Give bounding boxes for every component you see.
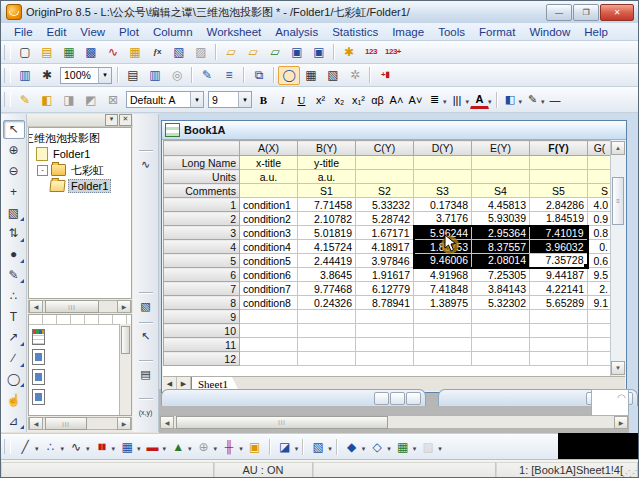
units-D[interactable] bbox=[414, 170, 472, 184]
font-color-button[interactable]: A bbox=[470, 91, 489, 109]
restore-icon[interactable] bbox=[374, 392, 389, 405]
cell-E8[interactable]: 5.32302 bbox=[472, 296, 530, 310]
new-layout-button[interactable]: ▧ bbox=[168, 43, 190, 62]
cell-G8[interactable]: 9.1 bbox=[588, 296, 612, 310]
units-F[interactable] bbox=[530, 170, 588, 184]
graph-template-button[interactable]: ▦ bbox=[116, 437, 138, 456]
stock-plot-button[interactable]: ╫ bbox=[218, 437, 240, 456]
cell-F11[interactable] bbox=[530, 338, 588, 352]
copy-format-button[interactable]: ◧ bbox=[36, 90, 58, 109]
tree-item-folder1[interactable]: Folder1 bbox=[28, 146, 131, 162]
scroll-right-button[interactable]: ▶ bbox=[117, 300, 131, 313]
cell-F9[interactable] bbox=[530, 310, 588, 324]
units-C[interactable] bbox=[356, 170, 414, 184]
cell-D6[interactable]: 4.91968 bbox=[414, 268, 472, 282]
cell-A3[interactable]: condition3 bbox=[240, 226, 298, 240]
screen-reader-tool[interactable]: + bbox=[3, 182, 25, 201]
font-combo[interactable]: Default: A▾ bbox=[126, 91, 204, 108]
new-notes-button[interactable]: ▨ bbox=[190, 43, 212, 62]
row-label-long-name[interactable]: Long Name bbox=[164, 156, 240, 170]
circle-tool[interactable]: ◯ bbox=[3, 370, 25, 389]
chevron-down-icon[interactable]: ▾ bbox=[238, 92, 251, 107]
script-window-button[interactable]: ▧ bbox=[322, 66, 344, 85]
new-graph-button[interactable]: ▩ bbox=[80, 43, 102, 62]
cell-G11[interactable] bbox=[588, 338, 612, 352]
cell-D8[interactable]: 1.38975 bbox=[414, 296, 472, 310]
workbook-title-bar[interactable]: Book1A bbox=[162, 121, 626, 140]
save-template-button[interactable]: ▣ bbox=[308, 43, 330, 62]
menu-image[interactable]: Image bbox=[385, 25, 431, 39]
cell-F7[interactable]: 4.22141 bbox=[530, 282, 588, 296]
column-width-button-dropdown[interactable]: ▾ bbox=[466, 98, 470, 106]
minimize-button[interactable]: — bbox=[546, 4, 572, 21]
long-name-E[interactable] bbox=[472, 156, 530, 170]
cell-F3[interactable]: 7.41019 bbox=[530, 226, 588, 240]
cell-A10[interactable] bbox=[240, 324, 298, 338]
xy-coords-panel-button[interactable]: (x,y) bbox=[135, 402, 157, 422]
col-header-G[interactable]: G( bbox=[588, 141, 612, 156]
3d-bar-button[interactable]: ▧ bbox=[307, 437, 329, 456]
col-header-D[interactable]: D(Y) bbox=[414, 141, 472, 156]
data-selector-tool[interactable]: ⇅ bbox=[3, 224, 25, 243]
cell-G12[interactable] bbox=[588, 352, 612, 366]
print-button[interactable]: ▤ bbox=[122, 66, 144, 85]
line-symbol-plot-button-dropdown[interactable]: ▾ bbox=[86, 445, 90, 453]
cell-G4[interactable]: 0. bbox=[588, 240, 612, 254]
column-width-button[interactable]: ||| bbox=[448, 90, 467, 109]
superscript-button[interactable]: x² bbox=[311, 90, 330, 109]
save-project-button[interactable]: ▣ bbox=[286, 43, 308, 62]
cell-A9[interactable] bbox=[240, 310, 298, 324]
row-header-5[interactable]: 5 bbox=[164, 254, 240, 268]
menu-worksheet[interactable]: Worksheet bbox=[200, 25, 269, 39]
scroll-thumb[interactable]: ≡ bbox=[612, 177, 624, 225]
cell-C5[interactable]: 3.97846 bbox=[356, 254, 414, 268]
maximize-icon[interactable] bbox=[390, 392, 405, 405]
fill-handle[interactable] bbox=[583, 263, 588, 268]
cell-F12[interactable] bbox=[530, 352, 588, 366]
scroll-thumb[interactable]: ||| bbox=[176, 416, 388, 429]
zoom-in-tool[interactable]: ⊕ bbox=[3, 141, 25, 160]
graph-template-button-dropdown[interactable]: ▾ bbox=[137, 445, 141, 453]
3d-surface-button-dropdown[interactable]: ▾ bbox=[362, 445, 366, 453]
toolbar-grip[interactable] bbox=[4, 439, 11, 454]
cell-B1[interactable]: 7.71458 bbox=[298, 198, 356, 212]
graph-inset-tool[interactable]: ⊿ bbox=[3, 411, 25, 430]
cell-G5[interactable]: 0.6 bbox=[588, 254, 612, 268]
units-A[interactable]: a.u. bbox=[240, 170, 298, 184]
window-list-hscrollbar[interactable]: ◀ ||| ▶ bbox=[28, 417, 132, 430]
stock-plot-button-dropdown[interactable]: ▾ bbox=[239, 445, 243, 453]
cell-C9[interactable] bbox=[356, 310, 414, 324]
cell-B9[interactable] bbox=[298, 310, 356, 324]
scroll-down-button[interactable]: ▼ bbox=[611, 361, 625, 375]
region-panel-button[interactable]: ▧ bbox=[135, 296, 157, 316]
pe-close-button[interactable]: ✕ bbox=[119, 114, 132, 126]
pointer-panel-button[interactable]: ↖ bbox=[135, 326, 157, 346]
3d-surface-button[interactable]: ◆ bbox=[341, 437, 363, 456]
cell-G10[interactable] bbox=[588, 324, 612, 338]
comments-B[interactable]: S1 bbox=[298, 184, 356, 198]
comments-D[interactable]: S3 bbox=[414, 184, 472, 198]
column-plot-button-dropdown[interactable]: ▾ bbox=[112, 445, 116, 453]
scroll-left-button[interactable]: ◀ bbox=[29, 300, 43, 313]
add-new-columns-button[interactable]: +▮ bbox=[374, 66, 396, 85]
3d-scatter-button[interactable]: ◪ bbox=[274, 437, 296, 456]
close-button[interactable]: ✕ bbox=[600, 4, 634, 21]
menu-help[interactable]: Help bbox=[577, 25, 615, 39]
line-width-control[interactable]: — bbox=[546, 90, 565, 109]
col-header-C[interactable]: C(Y) bbox=[356, 141, 414, 156]
font-color-button-dropdown[interactable]: ▾ bbox=[488, 98, 492, 106]
row-header-3[interactable]: 3 bbox=[164, 226, 240, 240]
special-bar-button[interactable]: ▣ bbox=[244, 437, 266, 456]
cell-D1[interactable]: 0.17348 bbox=[414, 198, 472, 212]
scroll-left-button[interactable]: ◀ bbox=[29, 417, 43, 430]
menu-edit[interactable]: Edit bbox=[40, 25, 74, 39]
copy-page-button[interactable]: ▥ bbox=[14, 66, 36, 85]
cell-A12[interactable] bbox=[240, 352, 298, 366]
chevron-down-icon[interactable]: ▾ bbox=[190, 92, 203, 107]
menu-file[interactable]: File bbox=[7, 25, 40, 39]
bar-plot-button-dropdown[interactable]: ▾ bbox=[163, 445, 167, 453]
polar-plot-button[interactable]: ⊕ bbox=[193, 437, 215, 456]
cell-F1[interactable]: 2.84286 bbox=[530, 198, 588, 212]
3d-bar-button-dropdown[interactable]: ▾ bbox=[328, 445, 332, 453]
row-header-4[interactable]: 4 bbox=[164, 240, 240, 254]
